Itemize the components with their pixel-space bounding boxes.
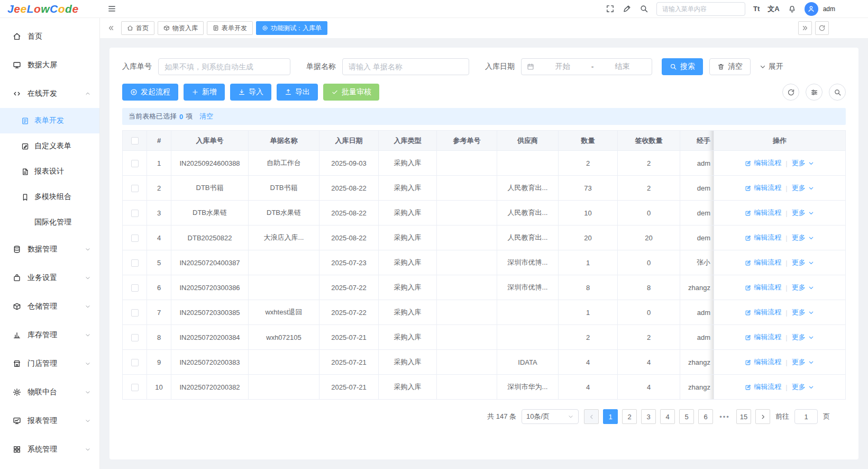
sidebar-toggle-button[interactable] — [107, 4, 116, 13]
page-button[interactable]: 6 — [698, 409, 713, 424]
toolbar-button[interactable]: 批量审核 — [323, 84, 379, 101]
goto-page-input[interactable] — [794, 409, 818, 424]
edit-flow-link[interactable]: 编辑流程 — [745, 283, 781, 292]
toolbar-button[interactable]: 新增 — [184, 84, 225, 101]
scroll-tabs-right-button[interactable] — [798, 21, 812, 35]
selection-clear-link[interactable]: 清空 — [199, 112, 213, 121]
next-page-button[interactable] — [755, 409, 770, 424]
more-link[interactable]: 更多 — [792, 382, 815, 392]
font-size-icon[interactable]: Tt — [753, 5, 760, 13]
more-link[interactable]: 更多 — [792, 283, 815, 292]
page-button[interactable]: 2 — [622, 409, 637, 424]
fullscreen-button[interactable] — [606, 4, 615, 13]
sidebar-item[interactable]: 首页 — [0, 22, 99, 51]
edit-flow-link[interactable]: 编辑流程 — [745, 183, 781, 193]
edit-flow-link[interactable]: 编辑流程 — [745, 382, 781, 392]
sidebar-item[interactable]: 门店管理 — [0, 349, 99, 378]
sidebar-item[interactable]: 数据大屏 — [0, 51, 99, 79]
toolbar-button[interactable]: 发起流程 — [122, 84, 178, 101]
refresh-button[interactable] — [782, 84, 799, 101]
page-button[interactable]: ••• — [717, 409, 732, 424]
sidebar-subitem[interactable]: 自定义表单 — [0, 133, 99, 159]
refresh-tab-button[interactable] — [815, 21, 829, 35]
doc-name-input[interactable] — [342, 58, 469, 75]
more-link[interactable]: 更多 — [792, 183, 815, 193]
tab[interactable]: 首页 — [121, 21, 154, 35]
sidebar-item[interactable]: 仓储管理 — [0, 292, 99, 321]
chevron-down-icon — [568, 413, 574, 420]
row-checkbox[interactable] — [131, 185, 139, 192]
tab[interactable]: 功能测试：入库单 — [256, 21, 327, 35]
tab[interactable]: 物资入库 — [158, 21, 204, 35]
sidebar-item[interactable]: 数据管理 — [0, 235, 99, 264]
sidebar-item[interactable]: 在线开发 — [0, 79, 99, 108]
more-link[interactable]: 更多 — [792, 258, 815, 267]
edit-flow-link[interactable]: 编辑流程 — [745, 357, 781, 367]
more-link[interactable]: 更多 — [792, 233, 815, 242]
page-button[interactable]: 5 — [679, 409, 694, 424]
menu-search-button[interactable] — [639, 4, 648, 13]
sliders-button[interactable] — [806, 84, 823, 101]
sidebar-subitem[interactable]: 报表设计 — [0, 159, 99, 184]
sidebar-item[interactable]: 库存管理 — [0, 321, 99, 349]
select-all-checkbox[interactable] — [131, 137, 139, 145]
toolbar-button[interactable]: 导出 — [277, 84, 318, 101]
edit-flow-link[interactable]: 编辑流程 — [745, 258, 781, 267]
sidebar-subitem[interactable]: 国际化管理 — [0, 210, 99, 235]
chevron-down-icon — [808, 359, 815, 366]
sidebar-item[interactable]: 物联中台 — [0, 378, 99, 407]
sidebar-subitem[interactable]: 表单开发 — [0, 108, 99, 133]
date-range-input[interactable]: 开始 - 结束 — [521, 58, 652, 75]
row-checkbox[interactable] — [131, 384, 139, 391]
cell-qty: 2 — [559, 151, 618, 176]
translate-icon[interactable]: 文A — [768, 4, 779, 14]
row-checkbox[interactable] — [131, 309, 139, 317]
search-button[interactable] — [829, 84, 846, 101]
sidebar-subitem-label: 自定义表单 — [34, 141, 71, 151]
page-button[interactable]: 1 — [603, 409, 618, 424]
row-checkbox[interactable] — [131, 234, 139, 242]
scroll-tabs-left-button[interactable] — [107, 24, 115, 32]
cell-type: 采购入库 — [379, 176, 437, 201]
tab[interactable]: 表单开发 — [207, 21, 253, 35]
clear-button[interactable]: 清空 — [709, 58, 751, 75]
sidebar-item[interactable]: 系统管理 — [0, 435, 99, 464]
page-button[interactable]: 15 — [736, 409, 751, 424]
edit-flow-link[interactable]: 编辑流程 — [745, 208, 781, 218]
toolbar-button[interactable]: 导入 — [230, 84, 271, 101]
trash-icon — [717, 63, 725, 70]
edit-flow-link[interactable]: 编辑流程 — [745, 233, 781, 242]
sidebar-subitem[interactable]: 多模块组合 — [0, 184, 99, 210]
logo: JeeLowCode — [0, 3, 100, 15]
sidebar-item[interactable]: 业务设置 — [0, 264, 99, 292]
edit-flow-link[interactable]: 编辑流程 — [745, 308, 781, 317]
menu-search-input[interactable] — [656, 2, 745, 16]
cell-order-no: IN20250720200383 — [171, 350, 249, 375]
page-size-select[interactable]: 10条/页 — [522, 409, 579, 424]
more-link[interactable]: 更多 — [792, 208, 815, 218]
avatar[interactable] — [805, 2, 818, 16]
expand-toggle[interactable]: 展开 — [759, 62, 783, 71]
row-checkbox[interactable] — [131, 284, 139, 292]
row-checkbox[interactable] — [131, 334, 139, 341]
cell-supplier: 人民教育出... — [497, 201, 559, 226]
select-all-cell — [123, 131, 147, 151]
edit-flow-link[interactable]: 编辑流程 — [745, 332, 781, 342]
more-link[interactable]: 更多 — [792, 332, 815, 342]
row-checkbox[interactable] — [131, 210, 139, 217]
row-checkbox[interactable] — [131, 259, 139, 267]
sidebar-item[interactable]: 报表管理 — [0, 407, 99, 435]
more-link[interactable]: 更多 — [792, 308, 815, 317]
notifications-button[interactable] — [788, 4, 797, 13]
more-link[interactable]: 更多 — [792, 158, 815, 168]
prev-page-button[interactable] — [584, 409, 599, 424]
page-button[interactable]: 4 — [660, 409, 675, 424]
row-checkbox[interactable] — [131, 160, 139, 167]
order-no-input[interactable] — [158, 58, 290, 75]
theme-button[interactable] — [623, 4, 632, 13]
edit-flow-link[interactable]: 编辑流程 — [745, 158, 781, 168]
page-button[interactable]: 3 — [641, 409, 656, 424]
search-button[interactable]: 搜索 — [662, 58, 703, 75]
row-checkbox[interactable] — [131, 359, 139, 366]
more-link[interactable]: 更多 — [792, 357, 815, 367]
